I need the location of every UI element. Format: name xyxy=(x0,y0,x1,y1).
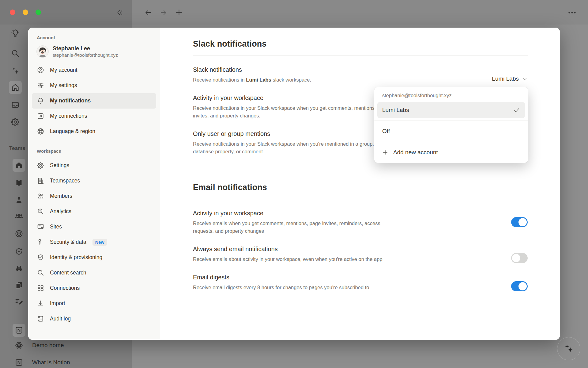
sidebar-item-identity-provisioning[interactable]: Identity & provisioning xyxy=(32,250,156,265)
toggle-knob xyxy=(512,254,520,262)
workspace-dropdown-menu: stephanie@toolsforthought.xyz Lumi Labs … xyxy=(374,87,528,163)
gear-icon xyxy=(11,117,20,127)
person-icon xyxy=(14,195,24,205)
user-email: stephanie@toolsforthought.xyz xyxy=(53,52,118,58)
row-title: Email digests xyxy=(193,274,528,281)
window-controls xyxy=(10,10,41,15)
row-description: Receive notifications in your Slack work… xyxy=(193,140,389,156)
sidebar-item-my-connections[interactable]: My connections xyxy=(32,109,156,124)
sidebar-item-content-search[interactable]: Content search xyxy=(32,265,156,281)
workspace-menu: Settings Teamspaces Members Analytics xyxy=(28,158,160,327)
divider xyxy=(193,56,528,56)
notion-cube-icon xyxy=(14,358,24,367)
sidebar-item-my-settings[interactable]: My settings xyxy=(32,78,156,93)
add-new-account-button[interactable]: Add new account xyxy=(377,144,525,160)
compose-icon xyxy=(14,297,24,306)
slack-workspace-select[interactable]: Lumi Labs xyxy=(492,75,528,82)
rail-item-what-is-notion[interactable]: What is Notion xyxy=(13,356,70,368)
inbox-icon xyxy=(11,100,20,109)
dropdown-divider xyxy=(374,142,528,142)
sidebar-item-my-notifications[interactable]: My notifications xyxy=(32,93,156,109)
people-icon xyxy=(37,192,44,200)
close-window-button[interactable] xyxy=(10,10,15,15)
people-filled-icon xyxy=(14,212,24,221)
sidebar-collapse-icon[interactable] xyxy=(116,9,124,17)
binoculars-icon xyxy=(14,264,24,273)
sidebar-item-import[interactable]: Import xyxy=(32,296,156,311)
toggle-email-digests[interactable] xyxy=(511,281,528,291)
copy-icon xyxy=(14,281,24,290)
plus-icon xyxy=(382,149,388,155)
row-description: Receive emails about activity in your wo… xyxy=(193,255,389,263)
grid-icon xyxy=(37,284,44,292)
notion-ai-button[interactable] xyxy=(557,337,580,360)
globe-icon xyxy=(37,128,44,135)
selected-workspace-value: Lumi Labs xyxy=(492,75,519,82)
home-filled-icon xyxy=(14,161,24,170)
back-arrow-icon[interactable] xyxy=(144,9,152,17)
sparkles-icon xyxy=(11,66,20,75)
row-title: Activity in your workspace xyxy=(193,210,528,217)
sidebar-item-security-data[interactable]: Security & data New xyxy=(32,235,156,250)
gear-icon xyxy=(37,162,44,169)
sliders-icon xyxy=(37,82,44,89)
account-user-row[interactable]: Stephanie Lee stephanie@toolsforthought.… xyxy=(35,44,156,59)
dropdown-options: Lumi Labs Off xyxy=(374,102,528,142)
toggle-activity-in-your-workspace[interactable] xyxy=(511,217,528,227)
divider xyxy=(193,199,528,199)
home-icon xyxy=(11,83,20,92)
refresh-icon xyxy=(14,247,24,256)
teams-section-label: Teams xyxy=(9,145,25,151)
sidebar-item-connections[interactable]: Connections xyxy=(32,281,156,296)
dropdown-account-header: stephanie@toolsforthought.xyz xyxy=(374,90,528,102)
magnifier-plus-icon xyxy=(37,208,44,215)
row-description: Receive emails when you get comments, me… xyxy=(193,220,389,235)
more-options-icon[interactable] xyxy=(567,9,577,17)
sidebar-item-settings[interactable]: Settings xyxy=(32,158,156,173)
zoom-window-button[interactable] xyxy=(36,10,41,15)
rail-item-i[interactable]: I xyxy=(9,98,30,111)
sidebar-item-analytics[interactable]: Analytics xyxy=(32,204,156,219)
sparkles-icon xyxy=(564,343,574,354)
account-section-label: Account xyxy=(37,35,160,40)
sidebar-item-sites[interactable]: Sites xyxy=(32,219,156,235)
bell-icon xyxy=(37,97,44,105)
settings-row-always-send-email-notifications: Always send email notifications Receive … xyxy=(193,246,528,263)
building-icon xyxy=(37,177,44,185)
target-icon xyxy=(14,229,24,238)
account-menu: My account My settings My notifications … xyxy=(28,63,160,139)
dropdown-option-off[interactable]: Off xyxy=(377,123,525,139)
row-description: Receive email digests every 8 hours for … xyxy=(193,284,389,292)
settings-dialog: Account Stephanie Lee stephanie@toolsfor… xyxy=(28,28,560,340)
check-icon xyxy=(513,107,520,113)
key-icon xyxy=(37,238,44,246)
settings-sidebar: Account Stephanie Lee stephanie@toolsfor… xyxy=(28,28,160,340)
new-tab-icon[interactable] xyxy=(175,8,183,17)
sidebar-item-audit-log[interactable]: Audit log xyxy=(32,311,156,327)
sidebar-item-teamspaces[interactable]: Teamspaces xyxy=(32,173,156,189)
new-badge: New xyxy=(92,239,107,246)
rail-item-demo-home[interactable]: Demo home xyxy=(13,339,64,352)
slack-notifications-heading: Slack notifications xyxy=(193,39,528,49)
person-circle-icon xyxy=(37,66,44,74)
sidebar-item-my-account[interactable]: My account xyxy=(32,63,156,78)
settings-row-activity-in-your-workspace: Activity in your workspace Receive email… xyxy=(193,210,528,235)
toggle-knob xyxy=(518,218,527,226)
avatar xyxy=(37,46,48,57)
sidebar-item-members[interactable]: Members xyxy=(32,189,156,204)
dropdown-option-lumi-labs[interactable]: Lumi Labs xyxy=(377,102,525,118)
toggle-always-send-email-notifications[interactable] xyxy=(511,253,528,263)
magnifier-icon xyxy=(11,49,20,58)
arrow-up-right-box-icon xyxy=(37,112,44,120)
settings-row-slack-notifications: Slack notifications Receive notification… xyxy=(193,66,528,84)
workspace-section-label: Workspace xyxy=(37,148,160,154)
row-title: Slack notifications xyxy=(193,66,528,73)
shield-check-icon xyxy=(37,254,44,261)
scroll-icon xyxy=(37,315,44,323)
email-notifications-heading: Email notifications xyxy=(193,183,528,192)
forward-arrow-icon[interactable] xyxy=(160,9,168,17)
sidebar-item-language-region[interactable]: Language & region xyxy=(32,124,156,139)
minimize-window-button[interactable] xyxy=(23,10,28,15)
email-rows: Activity in your workspace Receive email… xyxy=(193,210,528,291)
browser-icon xyxy=(37,223,44,231)
